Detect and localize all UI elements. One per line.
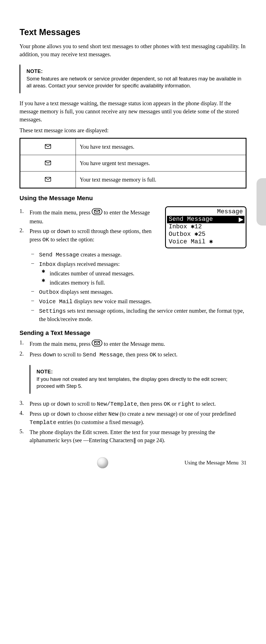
note-text-2: If you have not created any text templat…: [37, 376, 243, 390]
envelope-icon: [45, 144, 51, 150]
note-box-2: NOTE: If you have not created any text t…: [30, 365, 246, 394]
ss3-ok: OK: [164, 401, 170, 407]
ss1-post: to enter the Message menu.: [104, 341, 165, 347]
li-inbox-sub1: indicates number of unread messages.: [50, 270, 246, 278]
ss4-up: up: [43, 411, 49, 417]
asterisk-icon: ✱: [40, 270, 46, 278]
side-tab-decoration: [257, 178, 266, 226]
li-send: Send Message: [39, 252, 79, 258]
s2-or: or: [49, 228, 57, 234]
send-step-5: 5. The phone displays the Edit screen. E…: [20, 428, 246, 444]
screen-title: Message: [167, 208, 245, 216]
icon-desc-1: You have text messages.: [76, 138, 246, 155]
s2-c: to select the option:: [49, 236, 94, 243]
ss2-a: Press: [30, 351, 43, 357]
intro-para-1: Your phone allows you to send short text…: [20, 42, 246, 58]
screen-row: Voice Mail ✱: [167, 238, 245, 246]
send-step-3: 3. Press up or down to scroll to New/Tem…: [20, 400, 246, 408]
li-inbox-sub2: indicates memory is full.: [50, 279, 246, 287]
message-key-icon: [92, 208, 102, 217]
screen-row: Inbox ✱12: [167, 223, 245, 231]
intro-para-2: If you have a text message waiting, the …: [20, 99, 246, 124]
ss3-new: New/Template: [97, 401, 137, 407]
svg-text:✱: ✱: [42, 279, 45, 283]
step-text: Press up or down to scroll to New/Templa…: [30, 400, 246, 408]
dash-bullet-icon: –: [30, 307, 36, 323]
chevron-right-icon: ▶: [239, 216, 243, 223]
table-row: You have text messages.: [20, 138, 246, 155]
step-number: 1.: [20, 339, 26, 349]
footer-text: Using the Message Menu 31: [185, 460, 246, 466]
step-text: Press down to scroll to Send Message, th…: [30, 351, 246, 359]
dash-bullet-icon: –: [30, 297, 36, 306]
ss2-then: , then press: [123, 351, 150, 357]
ss2-mid: to scroll to: [56, 351, 83, 357]
ss3-right: right: [178, 401, 195, 407]
list-item-sub: ✱ indicates memory is full.: [40, 279, 246, 287]
ss2-target: Send Message: [83, 352, 123, 358]
icon-desc-2: You have urgent text messages.: [76, 155, 246, 172]
ss4-mid: to choose either: [70, 411, 108, 417]
intro-para-2-text: If you have a text message waiting, the …: [20, 100, 239, 123]
list-item: – Inbox displays received messages:: [30, 260, 246, 268]
ss4-mid2: (to create a new message) or one of your…: [119, 411, 236, 417]
icon-meaning-table: You have text messages. You have urgent …: [20, 138, 246, 188]
table-row: Your text message memory is full.: [20, 172, 246, 188]
step-number: 3.: [20, 400, 26, 408]
table-row: You have urgent text messages.: [20, 155, 246, 172]
ss3-mid: to scroll to: [70, 401, 97, 407]
ss4-tmpl: Template: [30, 419, 56, 426]
note-text-1: Some features are network or service pro…: [26, 75, 243, 89]
ss5-pg: on page 24).: [136, 437, 165, 443]
step-number: 2.: [20, 351, 26, 359]
li-vm-desc: displays new voice mail messages.: [74, 298, 151, 304]
note-label-1: NOTE:: [26, 68, 243, 74]
dash-bullet-icon: –: [30, 260, 36, 268]
list-item: – Voice Mail displays new voice mail mes…: [30, 297, 246, 306]
svg-text:✱: ✱: [42, 270, 45, 273]
step1-pre: From the main menu, press: [30, 209, 92, 216]
screen-row-selected: Send Message ▶: [167, 216, 245, 223]
li-inbox: Inbox: [39, 261, 56, 268]
icon-cell-envelope-full: [20, 172, 76, 188]
ss3-a: Press: [30, 401, 43, 407]
ss1-pre: From the main menu, press: [30, 341, 92, 347]
step-text: The phone displays the Edit screen. Ente…: [30, 428, 246, 444]
footer-caption: Using the Message Menu: [185, 460, 239, 466]
ss4-a: Press: [30, 411, 43, 417]
li-settings: Settings: [39, 308, 66, 314]
send-step-2: 2. Press down to scroll to Send Message,…: [20, 351, 246, 359]
intro-para-3: These text message icons are displayed:: [20, 126, 246, 134]
note-label-2: NOTE:: [37, 369, 243, 375]
step-text: Press up or down to scroll through these…: [30, 227, 159, 244]
ss2-end: to select.: [156, 351, 177, 357]
dash-bullet-icon: –: [30, 251, 36, 259]
heading-sending-text-message: Sending a Text Message: [20, 329, 246, 337]
li-outbox-desc: displays sent messages.: [61, 289, 113, 295]
li-send-desc: creates a message.: [81, 251, 122, 258]
li-settings-desc: sets text message options, including the…: [39, 308, 244, 322]
step-number: 4.: [20, 410, 26, 427]
sphere-decoration-icon: [97, 457, 108, 468]
key-up: up: [43, 228, 49, 235]
footer-page-number: 31: [241, 460, 246, 466]
envelope-urgent-icon: [45, 160, 51, 167]
ss4-or: or: [49, 411, 57, 417]
send-step-1: 1. From the main menu, press to enter th…: [20, 339, 246, 349]
li-vm: Voice Mail: [39, 298, 72, 305]
ss4-down: down: [57, 411, 70, 417]
ss3-up: up: [43, 401, 49, 407]
asterisk-icon: ✱: [40, 279, 46, 287]
li-inbox-desc: displays received messages:: [57, 261, 120, 267]
step-text: From the main menu, press to enter the M…: [30, 208, 159, 226]
list-item-sub: ✱ indicates number of unread messages.: [40, 270, 246, 278]
dash-bullet-icon: –: [30, 288, 36, 296]
key-ok: OK: [42, 237, 49, 243]
ss3-down: down: [57, 401, 70, 407]
page-footer: . Using the Message Menu 31: [20, 457, 246, 468]
ss2-down: down: [43, 352, 56, 358]
ss3-tail: to select.: [195, 401, 216, 407]
step-number: 5.: [20, 428, 26, 444]
phone-screen-illustration: Message Send Message ▶ Inbox ✱12 Outbox …: [165, 206, 246, 248]
screen-row-hl-text: Send Message: [169, 216, 213, 223]
